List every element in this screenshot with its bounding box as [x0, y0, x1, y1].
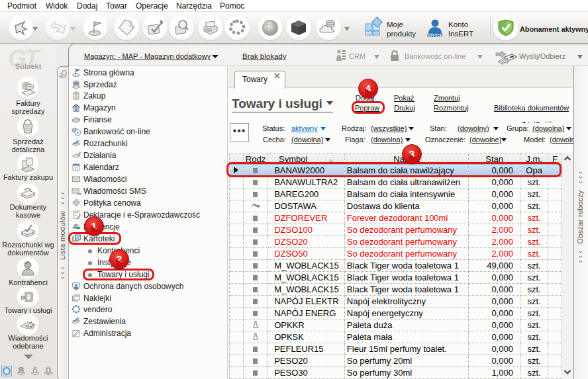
svg-text:sms: sms	[77, 192, 81, 196]
svg-text:InsERT: InsERT	[427, 33, 444, 38]
svg-text:e: e	[77, 130, 79, 136]
